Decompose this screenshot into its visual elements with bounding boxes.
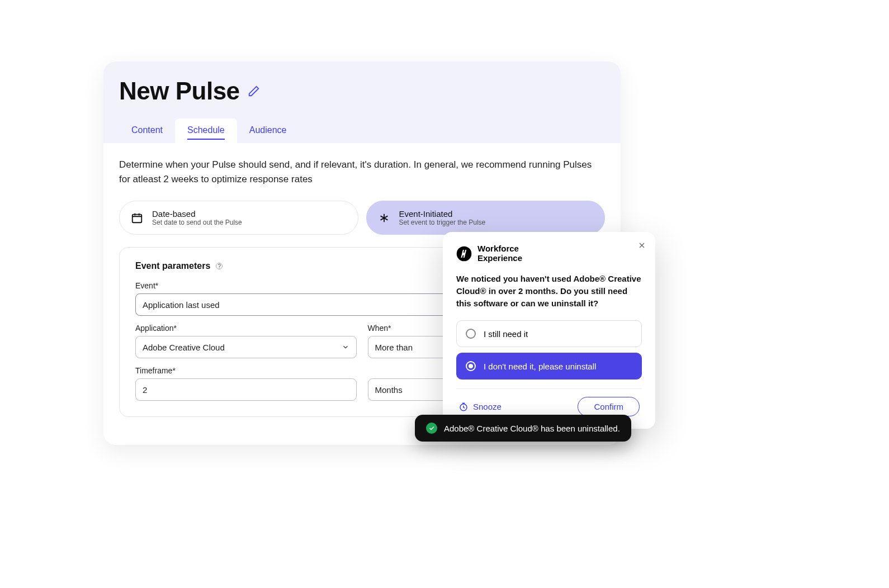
field-application: Application* Adobe Creative Cloud <box>135 324 357 358</box>
option-still-need[interactable]: I still need it <box>456 320 642 347</box>
clock-icon <box>458 402 469 412</box>
success-toast: Adobe® Creative Cloud® has been uninstal… <box>415 415 631 442</box>
application-label: Application* <box>135 324 357 333</box>
panel-header: New Pulse Content Schedule Audience <box>103 61 621 143</box>
popup-message: We noticed you haven't used Adobe® Creat… <box>456 273 642 309</box>
hp-logo-icon <box>456 246 472 262</box>
unit-value: Months <box>375 385 403 395</box>
tab-content[interactable]: Content <box>119 118 175 143</box>
option-uninstall-label: I don't need it, please uninstall <box>484 362 596 371</box>
help-icon[interactable]: ? <box>216 263 223 269</box>
schedule-description: Determine when your Pulse should send, a… <box>119 158 600 186</box>
mode-date-based[interactable]: Date-based Set date to send out the Puls… <box>119 201 358 235</box>
snooze-button[interactable]: Snooze <box>458 402 502 412</box>
title-row: New Pulse <box>119 77 605 105</box>
toast-message: Adobe® Creative Cloud® has been uninstal… <box>444 424 620 433</box>
mode-event-subtitle: Set event to trigger the Pulse <box>399 219 486 226</box>
mode-row: Date-based Set date to send out the Puls… <box>119 201 605 235</box>
check-circle-icon <box>426 423 437 434</box>
close-icon[interactable] <box>637 241 646 250</box>
chevron-down-icon <box>342 343 349 351</box>
when-value: More than <box>375 343 413 352</box>
tab-schedule[interactable]: Schedule <box>175 118 237 143</box>
application-value: Adobe Creative Cloud <box>143 343 225 352</box>
timeframe-label: Timeframe* <box>135 366 357 375</box>
radio-icon <box>466 329 476 339</box>
calendar-icon <box>131 212 143 224</box>
svg-rect-0 <box>133 214 142 222</box>
brand-text: Workforce Experience <box>477 244 522 263</box>
page-title: New Pulse <box>119 77 240 105</box>
divider <box>456 388 642 389</box>
event-value: Application last used <box>143 300 220 310</box>
field-timeframe: Timeframe* 2 <box>135 366 357 401</box>
tab-audience[interactable]: Audience <box>237 118 299 143</box>
popup-actions: Snooze Confirm <box>456 397 642 416</box>
uninstall-prompt-popup: Workforce Experience We noticed you have… <box>443 232 655 429</box>
mode-event-title: Event-Initiated <box>399 209 486 219</box>
mode-date-title: Date-based <box>152 209 242 219</box>
option-still-need-label: I still need it <box>484 329 528 339</box>
asterisk-icon <box>378 212 390 224</box>
radio-icon <box>466 361 476 371</box>
mode-date-subtitle: Set date to send out the Pulse <box>152 219 242 226</box>
edit-icon[interactable] <box>248 85 260 97</box>
timeframe-input[interactable]: 2 <box>135 378 357 401</box>
mode-event-initiated[interactable]: Event-Initiated Set event to trigger the… <box>366 201 606 235</box>
application-select[interactable]: Adobe Creative Cloud <box>135 336 357 358</box>
tabs: Content Schedule Audience <box>119 118 605 143</box>
params-section-title: Event parameters <box>135 261 210 271</box>
snooze-label: Snooze <box>473 402 502 411</box>
confirm-button[interactable]: Confirm <box>578 397 640 416</box>
option-uninstall[interactable]: I don't need it, please uninstall <box>456 353 642 380</box>
popup-brand: Workforce Experience <box>456 244 642 263</box>
timeframe-value: 2 <box>143 385 147 395</box>
